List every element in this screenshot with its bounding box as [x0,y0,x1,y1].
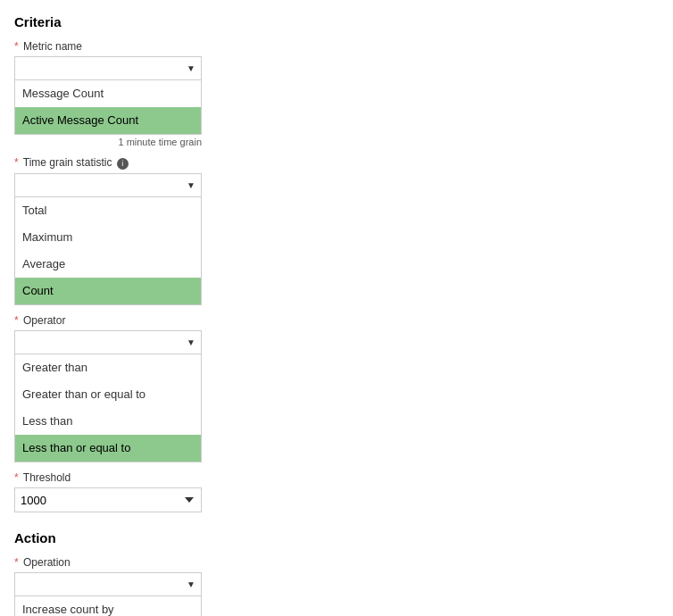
criteria-section: Criteria * Metric name ▼ Message Count A… [14,14,659,512]
time-grain-arrow: ▼ [187,180,195,190]
metric-name-arrow: ▼ [187,63,195,73]
time-grain-item-0[interactable]: Total [15,197,201,224]
time-grain-info-icon[interactable]: i [117,158,129,170]
operation-label: * Operation [14,556,659,569]
required-star: * [14,40,19,53]
time-grain-item-3[interactable]: Count [15,278,201,304]
metric-name-label: * Metric name [14,40,659,53]
time-grain-item-2[interactable]: Average [15,251,201,278]
operator-item-0[interactable]: Greater than [15,354,201,381]
operation-list[interactable]: ▼ Increase count by Increase count to De… [14,572,202,616]
time-grain-item-1[interactable]: Maximum [15,224,201,251]
operator-dropdown[interactable]: ▼ Greater than Greater than or equal to … [14,330,202,462]
required-star-2: * [14,156,19,169]
metric-name-item-1[interactable]: Active Message Count [15,107,201,134]
required-star-3: * [14,314,19,327]
operator-list[interactable]: ▼ Greater than Greater than or equal to … [14,330,202,462]
operator-header[interactable]: ▼ [15,331,201,354]
operator-arrow: ▼ [187,337,195,347]
required-star-4: * [14,471,19,484]
threshold-label: * Threshold [14,471,659,484]
time-grain-note: 1 minute time grain [14,137,202,147]
operator-item-2[interactable]: Less than [15,408,201,435]
operation-dropdown[interactable]: ▼ Increase count by Increase count to De… [14,572,202,616]
operation-arrow: ▼ [187,579,195,589]
time-grain-header[interactable]: ▼ [15,174,201,197]
required-star-5: * [14,556,19,569]
time-grain-list[interactable]: ▼ Total Maximum Average Count [14,173,202,305]
time-grain-statistic-label: * Time grain statistic i [14,156,659,170]
operation-item-0[interactable]: Increase count by [15,596,201,616]
operator-item-3[interactable]: Less than or equal to [15,435,201,462]
metric-name-item-0[interactable]: Message Count [15,80,201,107]
metric-name-header[interactable]: ▼ [15,57,201,80]
operator-item-1[interactable]: Greater than or equal to [15,381,201,408]
time-grain-dropdown[interactable]: ▼ Total Maximum Average Count [14,173,202,305]
operator-label: * Operator [14,314,659,327]
operation-header[interactable]: ▼ [15,573,201,596]
threshold-select[interactable]: 1000 [14,487,202,512]
criteria-title: Criteria [14,14,659,29]
metric-name-dropdown[interactable]: ▼ Message Count Active Message Count [14,56,202,135]
metric-name-list[interactable]: ▼ Message Count Active Message Count [14,56,202,135]
action-title: Action [14,530,659,545]
action-section: Action * Operation ▼ Increase count by I… [14,530,659,616]
